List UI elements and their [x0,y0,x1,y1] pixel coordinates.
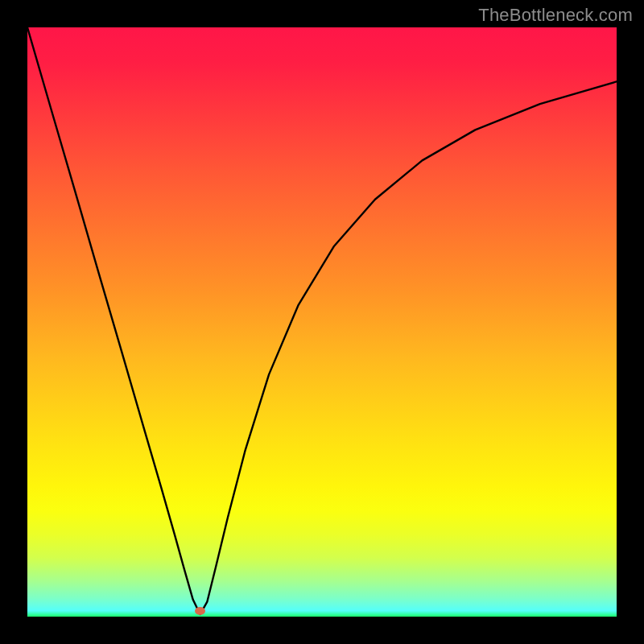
bottleneck-curve [27,27,617,617]
watermark-text: TheBottleneck.com [478,5,633,26]
plot-area [27,27,617,617]
chart-frame: TheBottleneck.com [0,0,644,644]
curve-line [27,27,617,614]
optimal-point-marker [195,607,205,615]
